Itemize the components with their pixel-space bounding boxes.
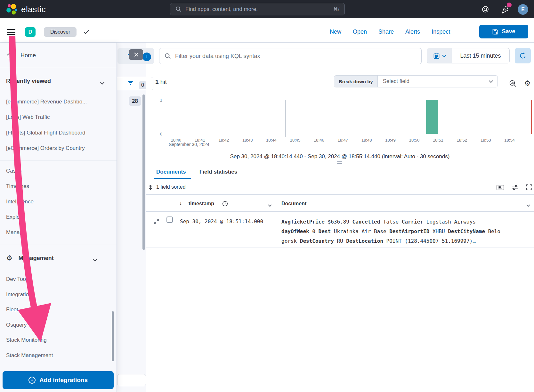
date-picker-calendar-button[interactable] (427, 48, 452, 63)
fields-scrollbar[interactable] (142, 94, 145, 250)
fullscreen-icon[interactable] (526, 184, 532, 191)
nav-item-timelines[interactable]: Timelines (6, 183, 29, 190)
field-search-partial[interactable] (115, 77, 153, 90)
save-button[interactable]: Save (479, 25, 528, 38)
display-options-icon[interactable] (512, 184, 519, 191)
expand-document-icon[interactable] (154, 219, 159, 224)
breakdown-select[interactable]: Break down by Select field (334, 75, 498, 87)
check-icon[interactable] (83, 29, 90, 35)
plus-circle-icon: + (28, 377, 36, 384)
hits-count: 1 hit (155, 78, 167, 86)
nav-item--ecommerce-orders-by-country[interactable]: [eCommerce] Orders by Country (6, 144, 85, 152)
x-axis-tick: 18:46 (314, 138, 324, 143)
tab-documents[interactable]: Documents (156, 169, 186, 175)
breakdown-placeholder: Select field (378, 76, 490, 87)
nav-item-intelligence[interactable]: Intelligence (6, 198, 34, 206)
date-picker: Last 15 minutes (427, 48, 510, 63)
add-integrations-button[interactable]: + Add integrations (3, 371, 114, 389)
timestamp-column-header[interactable]: timestamp (189, 201, 214, 207)
close-icon[interactable] (129, 49, 143, 60)
elastic-logo-icon[interactable] (5, 3, 18, 15)
search-icon (175, 6, 182, 12)
add-filter-button[interactable]: + (142, 53, 151, 61)
breakdown-label: Break down by (334, 76, 378, 87)
space-badge[interactable]: D (25, 27, 36, 37)
field-filter-icon[interactable] (127, 81, 133, 85)
explore-in-lens-icon[interactable] (509, 80, 517, 88)
gear-icon: ⚙ (6, 255, 12, 262)
breadcrumb[interactable]: Discover (44, 27, 77, 37)
bottom-input-partial[interactable] (117, 374, 146, 386)
x-axis-date-label: September 30, 2024 (169, 142, 209, 147)
search-shortcut: ⌘/ (333, 6, 339, 12)
document-field-line: dayOfWeek 0 Dest Ukrainka Air Base DestA… (281, 227, 500, 236)
chevron-down-icon[interactable] (527, 202, 530, 208)
x-axis-tick: 18:47 (338, 138, 348, 143)
flyout-scrollbar[interactable] (112, 311, 114, 361)
toolbar-links: NewOpenShareAlertsInspect (330, 29, 450, 35)
x-axis-tick: 18:48 (361, 138, 372, 143)
x-axis-tick: 18:50 (409, 138, 420, 143)
x-axis-tick: 18:44 (266, 138, 277, 143)
global-search-input[interactable]: Find apps, content, and more. ⌘/ (170, 3, 345, 15)
row-timestamp[interactable]: Sep 30, 2024 @ 18:51:14.000 (180, 218, 263, 225)
menu-hamburger-icon[interactable] (7, 29, 15, 35)
nav-item-explore[interactable]: Explore (6, 213, 25, 221)
nav-section-recently-viewed[interactable]: Recently viewed (6, 77, 51, 85)
toolbar-link-inspect[interactable]: Inspect (432, 29, 450, 35)
document-column-header[interactable]: Document (281, 201, 306, 207)
clock-icon (222, 201, 228, 207)
kql-query-input[interactable]: Filter your data using KQL syntax (159, 48, 422, 64)
search-icon (165, 53, 171, 59)
nav-item-stack-monitoring[interactable]: Stack Monitoring (6, 336, 47, 344)
sort-fields-icon[interactable] (148, 184, 153, 190)
x-axis-tick: 18:42 (219, 138, 229, 143)
y-axis-tick-max: 1 (153, 98, 162, 102)
chevron-down-icon[interactable] (101, 79, 104, 85)
x-axis-tick: 18:49 (385, 138, 396, 143)
resize-handle[interactable] (337, 161, 342, 165)
help-icon[interactable] (481, 5, 489, 13)
nav-item-manage[interactable]: Manage (6, 229, 26, 236)
chevron-down-icon[interactable] (93, 257, 96, 262)
row-document-content[interactable]: AvgTicketPrice $636.89 Cancelled false C… (281, 217, 500, 246)
chart-settings-gear-icon[interactable]: ⚙ (524, 80, 531, 87)
time-range-value[interactable]: Last 15 minutes (452, 48, 509, 63)
sort-direction-icon[interactable]: ↓ (179, 200, 182, 207)
tab-field-statistics[interactable]: Field statistics (199, 169, 237, 175)
nav-item-home[interactable]: Home (6, 52, 36, 59)
save-icon (492, 29, 498, 35)
nav-section-management[interactable]: ⚙ Management (6, 254, 54, 262)
notification-dot (507, 3, 512, 7)
row-checkbox[interactable] (166, 216, 173, 223)
divider (146, 179, 534, 179)
x-axis-tick: 18:51 (433, 138, 443, 143)
nav-item-cases[interactable]: Cases (6, 167, 21, 175)
refresh-button[interactable] (515, 48, 531, 63)
nav-item-dev-tools[interactable]: Dev Tools (6, 275, 30, 283)
toolbar-link-alerts[interactable]: Alerts (405, 29, 420, 35)
fields-sidebar-strip (117, 43, 146, 392)
keyboard-icon[interactable] (497, 185, 504, 190)
divider (146, 248, 534, 248)
nav-item--ecommerce-revenue-dashbo-[interactable]: [eCommerce] Revenue Dashbo... (6, 98, 87, 106)
nav-item-osquery[interactable]: Osquery (6, 321, 27, 329)
nav-item-integrations[interactable]: Integrations (6, 291, 35, 298)
app-toolbar (0, 18, 534, 43)
available-fields-count-badge: 28 (129, 96, 141, 106)
nav-item--flights-global-flight-dashboard[interactable]: [Flights] Global Flight Dashboard (6, 129, 85, 137)
histogram-bar[interactable] (426, 100, 438, 134)
toolbar-link-open[interactable]: Open (353, 29, 367, 35)
sorted-fields-label[interactable]: 1 field sorted (156, 184, 186, 190)
toolbar-link-share[interactable]: Share (378, 29, 394, 35)
vertical-gridline (405, 100, 405, 137)
divider (0, 367, 117, 367)
gridline-top (166, 100, 532, 100)
nav-item--logs-web-traffic[interactable]: [Logs] Web Traffic (6, 113, 50, 121)
nav-item-stack-management[interactable]: Stack Management (6, 352, 53, 359)
home-icon (6, 52, 13, 59)
chevron-down-icon[interactable] (269, 202, 271, 208)
user-avatar[interactable]: E (518, 4, 528, 15)
toolbar-link-new[interactable]: New (330, 29, 341, 35)
nav-item-fleet[interactable]: Fleet (6, 306, 18, 314)
